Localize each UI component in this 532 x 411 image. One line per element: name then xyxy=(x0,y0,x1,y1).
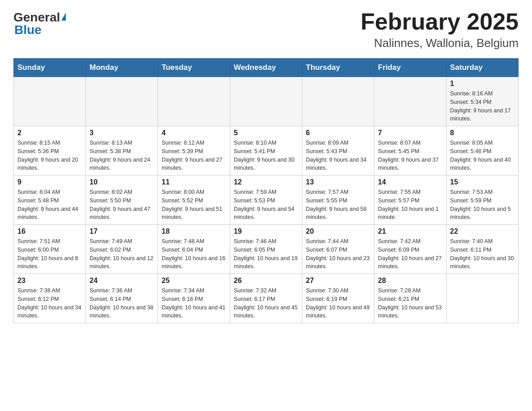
day-info: Sunrise: 8:13 AMSunset: 5:38 PMDaylight:… xyxy=(90,140,150,171)
calendar-cell: 27Sunrise: 7:30 AMSunset: 6:19 PMDayligh… xyxy=(302,274,374,323)
logo-general-text: General xyxy=(13,11,60,24)
calendar-cell: 24Sunrise: 7:36 AMSunset: 6:14 PMDayligh… xyxy=(86,274,158,323)
day-number: 12 xyxy=(234,178,298,186)
calendar-cell: 16Sunrise: 7:51 AMSunset: 6:00 PMDayligh… xyxy=(14,225,86,274)
day-info: Sunrise: 7:59 AMSunset: 5:53 PMDaylight:… xyxy=(234,189,295,220)
page-header: General Blue February 2025 Nalinnes, Wal… xyxy=(13,9,519,50)
weekday-header-thursday: Thursday xyxy=(302,59,374,77)
calendar-cell: 2Sunrise: 8:15 AMSunset: 5:36 PMDaylight… xyxy=(14,126,86,176)
day-info: Sunrise: 7:42 AMSunset: 6:09 PMDaylight:… xyxy=(378,238,442,270)
day-number: 11 xyxy=(162,178,226,186)
day-number: 16 xyxy=(17,227,82,235)
day-number: 17 xyxy=(90,227,154,235)
day-info: Sunrise: 7:28 AMSunset: 6:21 PMDaylight:… xyxy=(378,287,442,319)
day-info: Sunrise: 7:48 AMSunset: 6:04 PMDaylight:… xyxy=(162,238,225,270)
weekday-header-friday: Friday xyxy=(374,59,446,77)
day-info: Sunrise: 7:36 AMSunset: 6:14 PMDaylight:… xyxy=(90,287,153,319)
day-info: Sunrise: 8:07 AMSunset: 5:45 PMDaylight:… xyxy=(378,140,439,171)
weekday-header-wednesday: Wednesday xyxy=(230,59,302,77)
day-number: 6 xyxy=(306,129,370,137)
day-info: Sunrise: 8:15 AMSunset: 5:36 PMDaylight:… xyxy=(17,140,78,171)
calendar-cell: 20Sunrise: 7:44 AMSunset: 6:07 PMDayligh… xyxy=(302,225,374,274)
calendar-cell: 3Sunrise: 8:13 AMSunset: 5:38 PMDaylight… xyxy=(86,126,158,176)
calendar-week-row: 1Sunrise: 8:16 AMSunset: 5:34 PMDaylight… xyxy=(14,77,519,126)
day-number: 22 xyxy=(450,227,515,235)
calendar-cell: 28Sunrise: 7:28 AMSunset: 6:21 PMDayligh… xyxy=(374,274,446,323)
calendar-cell: 11Sunrise: 8:00 AMSunset: 5:52 PMDayligh… xyxy=(158,176,230,225)
day-number: 24 xyxy=(90,277,154,285)
day-number: 4 xyxy=(162,129,226,137)
day-info: Sunrise: 8:04 AMSunset: 5:48 PMDaylight:… xyxy=(17,189,78,220)
calendar-cell: 23Sunrise: 7:38 AMSunset: 6:12 PMDayligh… xyxy=(14,274,86,323)
day-number: 7 xyxy=(378,129,442,137)
calendar-cell: 26Sunrise: 7:32 AMSunset: 6:17 PMDayligh… xyxy=(230,274,302,323)
day-info: Sunrise: 8:16 AMSunset: 5:34 PMDaylight:… xyxy=(450,90,511,122)
calendar-cell xyxy=(230,77,302,126)
calendar-cell: 5Sunrise: 8:10 AMSunset: 5:41 PMDaylight… xyxy=(230,126,302,176)
weekday-header-monday: Monday xyxy=(86,59,158,77)
calendar-cell: 13Sunrise: 7:57 AMSunset: 5:55 PMDayligh… xyxy=(302,176,374,225)
day-number: 2 xyxy=(17,129,82,137)
calendar-table: SundayMondayTuesdayWednesdayThursdayFrid… xyxy=(13,58,519,323)
page-subtitle: Nalinnes, Wallonia, Belgium xyxy=(360,36,519,50)
day-info: Sunrise: 7:32 AMSunset: 6:17 PMDaylight:… xyxy=(234,287,297,319)
calendar-cell: 1Sunrise: 8:16 AMSunset: 5:34 PMDaylight… xyxy=(446,77,519,126)
calendar-cell xyxy=(302,77,374,126)
day-number: 20 xyxy=(306,227,370,235)
weekday-header-saturday: Saturday xyxy=(446,59,519,77)
day-info: Sunrise: 7:53 AMSunset: 5:59 PMDaylight:… xyxy=(450,189,511,220)
day-number: 1 xyxy=(450,80,515,88)
day-info: Sunrise: 8:09 AMSunset: 5:43 PMDaylight:… xyxy=(306,140,367,171)
calendar-cell: 12Sunrise: 7:59 AMSunset: 5:53 PMDayligh… xyxy=(230,176,302,225)
day-number: 10 xyxy=(90,178,154,186)
logo: General Blue xyxy=(13,9,66,37)
day-info: Sunrise: 7:51 AMSunset: 6:00 PMDaylight:… xyxy=(17,238,78,270)
calendar-week-row: 9Sunrise: 8:04 AMSunset: 5:48 PMDaylight… xyxy=(14,176,519,225)
logo-blue-text: Blue xyxy=(14,23,42,37)
calendar-cell: 19Sunrise: 7:46 AMSunset: 6:05 PMDayligh… xyxy=(230,225,302,274)
calendar-cell xyxy=(158,77,230,126)
calendar-cell xyxy=(14,77,86,126)
calendar-week-row: 2Sunrise: 8:15 AMSunset: 5:36 PMDaylight… xyxy=(14,126,519,176)
day-info: Sunrise: 7:55 AMSunset: 5:57 PMDaylight:… xyxy=(378,189,439,220)
page-title: February 2025 xyxy=(360,9,519,34)
day-number: 9 xyxy=(17,178,82,186)
day-number: 23 xyxy=(17,277,82,285)
day-number: 13 xyxy=(306,178,370,186)
calendar-cell xyxy=(86,77,158,126)
calendar-cell: 6Sunrise: 8:09 AMSunset: 5:43 PMDaylight… xyxy=(302,126,374,176)
day-info: Sunrise: 8:10 AMSunset: 5:41 PMDaylight:… xyxy=(234,140,295,171)
day-info: Sunrise: 7:49 AMSunset: 6:02 PMDaylight:… xyxy=(90,238,153,270)
day-number: 27 xyxy=(306,277,370,285)
day-info: Sunrise: 7:57 AMSunset: 5:55 PMDaylight:… xyxy=(306,189,367,220)
day-number: 5 xyxy=(234,129,298,137)
day-number: 14 xyxy=(378,178,442,186)
day-number: 19 xyxy=(234,227,298,235)
calendar-cell: 17Sunrise: 7:49 AMSunset: 6:02 PMDayligh… xyxy=(86,225,158,274)
calendar-week-row: 16Sunrise: 7:51 AMSunset: 6:00 PMDayligh… xyxy=(14,225,519,274)
calendar-cell: 18Sunrise: 7:48 AMSunset: 6:04 PMDayligh… xyxy=(158,225,230,274)
day-info: Sunrise: 8:05 AMSunset: 5:46 PMDaylight:… xyxy=(450,140,511,171)
day-info: Sunrise: 8:02 AMSunset: 5:50 PMDaylight:… xyxy=(90,189,150,220)
day-number: 25 xyxy=(162,277,226,285)
day-info: Sunrise: 7:44 AMSunset: 6:07 PMDaylight:… xyxy=(306,238,369,270)
day-info: Sunrise: 7:40 AMSunset: 6:11 PMDaylight:… xyxy=(450,238,514,270)
day-number: 26 xyxy=(234,277,298,285)
day-number: 18 xyxy=(162,227,226,235)
calendar-cell: 25Sunrise: 7:34 AMSunset: 6:16 PMDayligh… xyxy=(158,274,230,323)
calendar-cell: 8Sunrise: 8:05 AMSunset: 5:46 PMDaylight… xyxy=(446,126,519,176)
title-block: February 2025 Nalinnes, Wallonia, Belgiu… xyxy=(360,9,519,50)
logo-triangle-icon xyxy=(61,13,66,21)
calendar-cell: 9Sunrise: 8:04 AMSunset: 5:48 PMDaylight… xyxy=(14,176,86,225)
weekday-header-sunday: Sunday xyxy=(14,59,86,77)
day-number: 3 xyxy=(90,129,154,137)
calendar-cell: 10Sunrise: 8:02 AMSunset: 5:50 PMDayligh… xyxy=(86,176,158,225)
day-info: Sunrise: 8:00 AMSunset: 5:52 PMDaylight:… xyxy=(162,189,223,220)
day-number: 28 xyxy=(378,277,442,285)
day-number: 8 xyxy=(450,129,515,137)
day-number: 15 xyxy=(450,178,515,186)
day-info: Sunrise: 8:12 AMSunset: 5:39 PMDaylight:… xyxy=(162,140,223,171)
day-info: Sunrise: 7:30 AMSunset: 6:19 PMDaylight:… xyxy=(306,287,369,319)
calendar-cell: 4Sunrise: 8:12 AMSunset: 5:39 PMDaylight… xyxy=(158,126,230,176)
calendar-week-row: 23Sunrise: 7:38 AMSunset: 6:12 PMDayligh… xyxy=(14,274,519,323)
